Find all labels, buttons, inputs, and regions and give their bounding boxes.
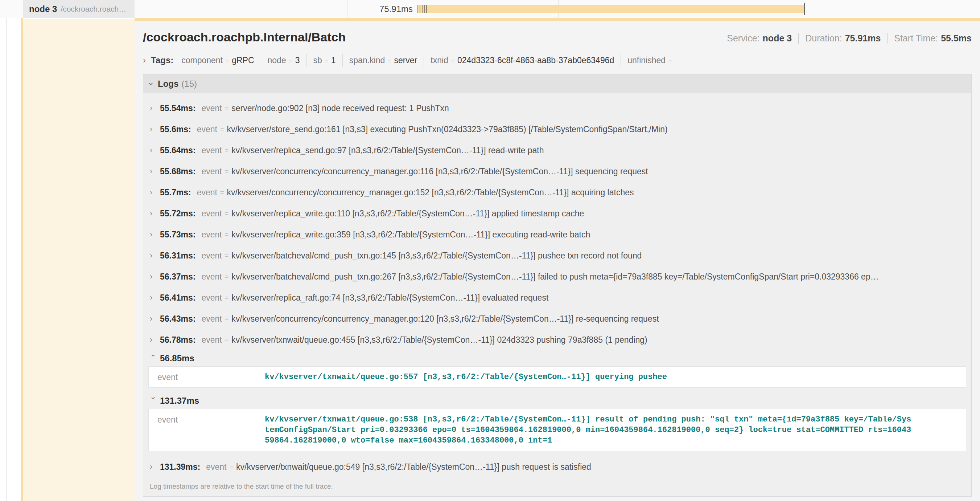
log-message: kv/kvserver/store_send.go:161 [n3,s3] ex…: [227, 124, 971, 134]
log-message: kv/kvserver/concurrency/concurrency_mana…: [227, 188, 971, 198]
log-timestamp: 56.31ms:: [160, 251, 196, 261]
log-entry-expanded: › 56.85ms event kv/kvserver/txnwait/queu…: [143, 350, 971, 388]
equals-sign: =: [325, 57, 329, 65]
log-field-key: event: [201, 209, 222, 219]
span-service-name: node 3: [29, 4, 57, 14]
tag-key: component: [181, 56, 223, 65]
log-row[interactable]: › 56.31ms: event = kv/kvserver/batcheval…: [143, 245, 971, 266]
selected-span-name-column-highlight: [23, 19, 135, 501]
log-row[interactable]: › 55.7ms: event = kv/kvserver/concurrenc…: [143, 182, 971, 203]
chevron-down-icon[interactable]: ›: [147, 82, 155, 85]
duration-label: Duration:: [805, 33, 842, 43]
tag-key: unfinished: [627, 56, 665, 65]
log-timestamp: 55.54ms:: [160, 104, 196, 113]
log-timestamp: 56.43ms:: [160, 314, 196, 324]
log-row[interactable]: › 131.39ms: event = kv/kvserver/txnwait/…: [143, 456, 971, 477]
span-duration-bar[interactable]: [417, 5, 805, 13]
log-message: server/node.go:902 [n3] node received re…: [231, 104, 971, 113]
span-operation-name: /cockroach.roach…: [60, 5, 126, 13]
log-entry-expanded: › 131.37ms event kv/kvserver/txnwait/que…: [143, 393, 971, 451]
log-message: kv/kvserver/concurrency/concurrency_mana…: [231, 314, 971, 324]
log-field-value: kv/kvserver/txnwait/queue.go:557 [n3,s3,…: [265, 367, 966, 388]
chevron-right-icon[interactable]: ›: [150, 146, 158, 154]
tags-accordion-toggle[interactable]: › Tags: component = gRPC node = 3 sb = 1…: [143, 52, 972, 68]
log-detail-card: event kv/kvserver/txnwait/queue.go:538 […: [148, 409, 966, 451]
duration-value: 75.91ms: [845, 33, 881, 43]
chevron-down-icon[interactable]: ›: [150, 354, 158, 362]
equals-sign: =: [220, 189, 224, 196]
log-field-key: event: [201, 251, 222, 261]
span-row: node 3 /cockroach.roach… 75.91ms: [0, 0, 980, 18]
log-timestamp: 131.37ms: [160, 396, 199, 406]
equals-sign: =: [225, 336, 229, 344]
equals-sign: =: [225, 252, 229, 260]
tag-value: 3: [295, 56, 300, 65]
log-row[interactable]: › 55.6ms: event = kv/kvserver/store_send…: [143, 119, 971, 140]
span-bar-hatch: [417, 5, 427, 13]
equals-sign: =: [225, 273, 229, 281]
tag-item[interactable]: component = gRPC: [175, 54, 261, 67]
chevron-right-icon[interactable]: ›: [143, 56, 146, 64]
chevron-right-icon[interactable]: ›: [150, 231, 158, 239]
chevron-right-icon[interactable]: ›: [150, 168, 158, 176]
tag-item[interactable]: span.kind = server: [343, 54, 424, 67]
tag-value: 1: [331, 56, 336, 65]
span-duration-label: 75.91ms: [340, 0, 413, 18]
log-field-key: event: [201, 272, 222, 282]
tag-value: gRPC: [232, 56, 254, 65]
tag-key: sb: [313, 56, 322, 65]
chevron-right-icon[interactable]: ›: [150, 315, 158, 323]
log-field-key: event: [149, 367, 265, 388]
log-row[interactable]: › 56.37ms: event = kv/kvserver/batcheval…: [143, 266, 971, 287]
chevron-right-icon[interactable]: ›: [150, 463, 158, 471]
equals-sign: =: [387, 57, 391, 65]
chevron-right-icon[interactable]: ›: [150, 273, 158, 281]
chevron-down-icon[interactable]: ›: [150, 397, 158, 405]
log-field-key: event: [201, 230, 222, 239]
tag-item[interactable]: node = 3: [261, 54, 307, 67]
chevron-right-icon[interactable]: ›: [150, 125, 158, 133]
chevron-right-icon[interactable]: ›: [150, 336, 158, 344]
divider: [887, 34, 888, 43]
log-field-key: event: [149, 409, 265, 451]
log-row[interactable]: › 55.73ms: event = kv/kvserver/replica_w…: [143, 224, 971, 245]
equals-sign: =: [225, 147, 229, 154]
chevron-right-icon[interactable]: ›: [150, 209, 158, 217]
divider: [143, 50, 972, 50]
span-name-tab[interactable]: node 3 /cockroach.roach…: [23, 0, 135, 18]
log-row-expanded-toggle[interactable]: › 131.37ms: [143, 393, 971, 409]
log-row[interactable]: › 56.78ms: event = kv/kvserver/txnwait/q…: [143, 329, 971, 350]
log-row[interactable]: › 55.54ms: event = server/node.go:902 [n…: [143, 98, 971, 119]
log-timestamp: 56.85ms: [160, 353, 194, 364]
tag-item[interactable]: unfinished =: [621, 54, 681, 67]
log-timestamp: 55.72ms:: [160, 209, 196, 219]
tag-item[interactable]: sb = 1: [307, 54, 343, 67]
log-timestamp: 55.68ms:: [160, 167, 196, 176]
equals-sign: =: [225, 231, 229, 239]
logs-accordion-toggle[interactable]: › Logs (15): [143, 74, 971, 93]
log-row[interactable]: › 55.64ms: event = kv/kvserver/replica_s…: [143, 140, 971, 161]
log-row[interactable]: › 55.72ms: event = kv/kvserver/replica_w…: [143, 203, 971, 224]
tag-key: span.kind: [349, 56, 385, 65]
log-field-key: event: [201, 104, 222, 113]
log-timestamp: 55.6ms:: [160, 124, 191, 134]
span-color-strip: [21, 1, 23, 501]
log-row[interactable]: › 56.41ms: event = kv/kvserver/replica_r…: [143, 287, 971, 308]
chevron-right-icon[interactable]: ›: [150, 188, 158, 196]
chevron-right-icon[interactable]: ›: [150, 294, 158, 302]
span-detail-panel: /cockroach.roachpb.Internal/Batch Servic…: [135, 21, 980, 501]
log-timestamp: 55.73ms:: [160, 230, 196, 239]
chevron-right-icon[interactable]: ›: [150, 252, 158, 260]
log-field-key: event: [201, 335, 222, 345]
start-time-value: 55.5ms: [941, 33, 972, 43]
equals-sign: =: [289, 57, 293, 65]
log-message: kv/kvserver/concurrency/concurrency_mana…: [231, 167, 971, 176]
chevron-right-icon[interactable]: ›: [150, 104, 158, 112]
equals-sign: =: [668, 57, 672, 65]
log-row[interactable]: › 56.43ms: event = kv/kvserver/concurren…: [143, 308, 971, 329]
tag-item[interactable]: txnid = 024d3323-6c8f-4863-aa8b-37ab0e63…: [424, 54, 621, 67]
log-timestamp: 56.37ms:: [160, 272, 196, 282]
log-row-expanded-toggle[interactable]: › 56.85ms: [143, 350, 971, 366]
log-message: kv/kvserver/replica_raft.go:74 [n3,s3,r6…: [231, 293, 971, 303]
log-row[interactable]: › 55.68ms: event = kv/kvserver/concurren…: [143, 161, 971, 182]
